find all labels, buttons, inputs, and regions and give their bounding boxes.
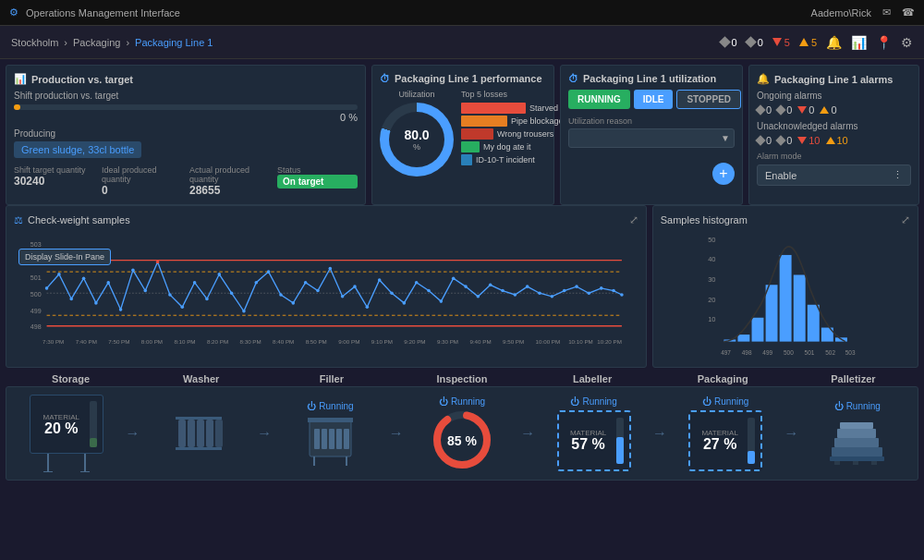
machine-labeller[interactable]: ⏻ Running MATERIAL 57 % bbox=[541, 396, 647, 471]
title-labeller: Labeller bbox=[528, 373, 658, 384]
palletizer-power-icon: ⏻ bbox=[834, 401, 844, 411]
histogram-svg: 50 40 30 20 10 bbox=[661, 230, 910, 359]
labeller-fill-bar bbox=[616, 418, 624, 464]
svg-point-11 bbox=[45, 286, 49, 290]
machine-storage[interactable]: MATERIAL 20 % bbox=[14, 395, 120, 472]
svg-point-35 bbox=[341, 295, 345, 298]
svg-text:9:40 PM: 9:40 PM bbox=[469, 338, 491, 345]
filler-svg bbox=[300, 415, 360, 466]
title-washer: Washer bbox=[136, 373, 266, 384]
inspection-power-icon: ⏻ bbox=[439, 396, 448, 407]
diamond-icon-oa1 bbox=[755, 104, 765, 115]
loss-label-4: My dog ate it bbox=[483, 142, 531, 152]
svg-text:498: 498 bbox=[741, 349, 751, 356]
expand-histogram-icon[interactable]: ⤢ bbox=[901, 213, 910, 226]
machine-palletizer[interactable]: ⏻ Running bbox=[804, 401, 910, 466]
svg-text:8:20 PM: 8:20 PM bbox=[207, 338, 228, 345]
location-icon[interactable]: 📍 bbox=[876, 35, 892, 50]
unack-badge-2: 0 bbox=[777, 135, 792, 146]
title-storage: Storage bbox=[6, 373, 136, 384]
chart-title-row: ⚖ Check-weight samples bbox=[14, 214, 130, 226]
svg-point-21 bbox=[168, 293, 172, 297]
message-icon[interactable]: ✉ bbox=[882, 6, 891, 18]
svg-rect-123 bbox=[840, 422, 873, 429]
svg-text:20: 20 bbox=[708, 296, 715, 304]
badge-triangle-up-yellow: 5 bbox=[799, 37, 817, 48]
idle-button[interactable]: IDLE bbox=[634, 90, 674, 109]
settings-icon[interactable]: ⚙ bbox=[901, 35, 913, 50]
chart-icon[interactable]: 📊 bbox=[851, 35, 867, 50]
filler-status: ⏻ Running bbox=[307, 401, 353, 411]
loss-label-5: ID-10-T incident bbox=[476, 155, 535, 164]
svg-point-53 bbox=[563, 289, 566, 293]
svg-text:7:30 PM: 7:30 PM bbox=[43, 338, 64, 345]
svg-text:8:30 PM: 8:30 PM bbox=[240, 338, 261, 345]
charts-section: ⚖ Check-weight samples ⤢ Display Slide-I… bbox=[0, 205, 924, 373]
progress-fill bbox=[14, 104, 20, 110]
stat-actual-label: Actual produced quantity bbox=[189, 165, 270, 184]
svg-point-50 bbox=[526, 285, 529, 288]
svg-rect-85 bbox=[765, 285, 777, 341]
machine-inspection[interactable]: ⏻ Running 85 % bbox=[409, 396, 516, 470]
inspection-gauge-value: 85 % bbox=[447, 433, 477, 448]
stat-shift-target: Shift target quantity 30240 bbox=[14, 165, 94, 197]
svg-rect-110 bbox=[314, 429, 320, 449]
loss-bar-4 bbox=[461, 141, 480, 152]
storage-fill-bar bbox=[90, 401, 97, 447]
expand-chart-icon[interactable]: ⤢ bbox=[629, 213, 638, 226]
svg-rect-102 bbox=[178, 420, 186, 447]
svg-rect-105 bbox=[206, 420, 213, 447]
stopped-button[interactable]: STOPPED bbox=[676, 90, 741, 109]
chevron-down-icon: ▼ bbox=[721, 133, 730, 143]
alarm-mode-dropdown[interactable]: Enable ⋮ bbox=[757, 164, 911, 186]
ongoing-badge-1: 0 bbox=[757, 104, 772, 116]
storage-content: MATERIAL 20 % bbox=[36, 413, 86, 436]
palletizer-svg bbox=[827, 415, 887, 466]
breadcrumb-item-line1[interactable]: Packaging Line 1 bbox=[135, 37, 213, 48]
svg-point-22 bbox=[180, 306, 184, 310]
svg-rect-113 bbox=[336, 429, 342, 449]
labeller-material-box: MATERIAL 57 % bbox=[557, 410, 631, 471]
alarms-card: 🔔 Packaging Line 1 alarms Ongoing alarms… bbox=[748, 65, 919, 205]
breadcrumb-item-stockholm[interactable]: Stockholm bbox=[11, 37, 58, 48]
breadcrumb-item-packaging[interactable]: Packaging bbox=[73, 37, 120, 48]
svg-point-23 bbox=[193, 281, 197, 285]
running-button[interactable]: RUNNING bbox=[568, 90, 630, 109]
performance-card: ⏱ Packaging Line 1 performance Utilizati… bbox=[371, 65, 554, 205]
diamond-gray-icon bbox=[719, 36, 731, 48]
arrow-5: → bbox=[652, 425, 667, 442]
gauge-unit: % bbox=[413, 142, 420, 152]
ongoing-label: Ongoing alarms bbox=[757, 91, 911, 101]
unack-row: Unacknowledged alarms bbox=[757, 121, 911, 131]
stat-ideal-label: Ideal produced quantity bbox=[102, 165, 182, 184]
svg-text:500: 500 bbox=[30, 291, 42, 298]
machine-washer[interactable] bbox=[146, 406, 252, 461]
progress-bar bbox=[14, 104, 358, 110]
storage-fill-inner bbox=[90, 438, 97, 447]
bell-icon[interactable]: 🔔 bbox=[826, 35, 842, 50]
utilization-title: ⏱ Packaging Line 1 utilization bbox=[568, 73, 735, 84]
svg-text:498: 498 bbox=[30, 323, 42, 331]
labeller-fill-inner bbox=[616, 437, 624, 464]
svg-point-40 bbox=[403, 301, 407, 305]
machine-filler[interactable]: ⏻ Running bbox=[277, 401, 383, 466]
ongoing-badges: 0 0 0 0 bbox=[757, 104, 911, 116]
machine-packaging[interactable]: ⏻ Running MATERIAL 27 % bbox=[673, 396, 779, 471]
performance-title: ⏱ Packaging Line 1 performance bbox=[380, 73, 546, 84]
histogram-header: Samples histogram ⤢ bbox=[661, 213, 910, 226]
svg-rect-125 bbox=[834, 461, 840, 465]
ongoing-row: Ongoing alarms bbox=[757, 91, 911, 101]
filler-power-icon: ⏻ bbox=[307, 401, 316, 411]
labeller-status: ⏻ Running bbox=[570, 396, 616, 407]
util-reason-dropdown[interactable]: ▼ bbox=[568, 128, 735, 148]
svg-rect-115 bbox=[308, 418, 353, 422]
phone-icon[interactable]: ☎ bbox=[902, 6, 915, 18]
svg-text:40: 40 bbox=[708, 255, 715, 263]
add-button[interactable]: + bbox=[712, 163, 735, 185]
svg-text:10: 10 bbox=[708, 315, 715, 323]
ongoing-badge-3: 0 bbox=[797, 104, 814, 116]
storage-stand-svg bbox=[30, 454, 103, 472]
svg-rect-114 bbox=[344, 429, 349, 449]
svg-point-34 bbox=[329, 267, 333, 271]
ongoing-badge-4: 0 bbox=[820, 104, 836, 116]
